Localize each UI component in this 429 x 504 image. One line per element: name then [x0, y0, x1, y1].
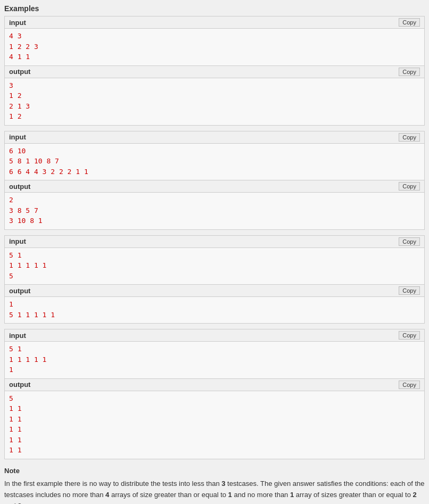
example-2-output-header: output Copy	[5, 180, 424, 193]
example-3-input-content: 5 1 1 1 1 1 1 5	[5, 248, 424, 285]
note-section: Note In the first example there is no wa…	[4, 466, 425, 505]
example-2-input-content: 6 10 5 8 1 10 8 7 6 6 4 4 3 2 2 2 1 1	[5, 144, 424, 180]
example-3-output-box: output Copy 1 5 1 1 1 1 1	[4, 285, 425, 324]
example-3-input-copy-button[interactable]: Copy	[399, 237, 420, 246]
example-4-output-header: output Copy	[5, 379, 424, 391]
example-3-output-label: output	[9, 287, 30, 295]
example-1-input-box: input Copy 4 3 1 2 2 3 4 1 1	[4, 16, 425, 66]
example-4-output-label: output	[9, 381, 30, 389]
example-1-input-label: input	[9, 19, 26, 27]
example-2-input-header: input Copy	[5, 131, 424, 144]
example-1-input-content: 4 3 1 2 2 3 4 1 1	[5, 29, 424, 65]
example-2-input-box: input Copy 6 10 5 8 1 10 8 7 6 6 4 4 3 2…	[4, 131, 425, 181]
example-4: input Copy 5 1 1 1 1 1 1 1 output Copy 5…	[4, 329, 425, 459]
example-4-output-content: 5 1 1 1 1 1 1 1 1 1 1	[5, 391, 424, 459]
example-1: input Copy 4 3 1 2 2 3 4 1 1 output Copy…	[4, 16, 425, 126]
section-title: Examples	[4, 4, 425, 13]
note-title: Note	[4, 466, 425, 477]
example-2-input-label: input	[9, 133, 26, 141]
example-4-output-copy-button[interactable]: Copy	[399, 381, 420, 389]
example-2-output-label: output	[9, 183, 30, 191]
example-4-input-header: input Copy	[5, 329, 424, 342]
example-2-output-content: 2 3 8 5 7 3 10 8 1	[5, 193, 424, 229]
example-3-output-content: 1 5 1 1 1 1 1	[5, 297, 424, 323]
example-4-output-box: output Copy 5 1 1 1 1 1 1 1 1 1 1	[4, 379, 425, 459]
example-2: input Copy 6 10 5 8 1 10 8 7 6 6 4 4 3 2…	[4, 131, 425, 230]
example-3-input-box: input Copy 5 1 1 1 1 1 1 5	[4, 235, 425, 285]
example-2-output-box: output Copy 2 3 8 5 7 3 10 8 1	[4, 180, 425, 230]
example-1-input-header: input Copy	[5, 16, 424, 29]
example-1-output-copy-button[interactable]: Copy	[399, 68, 420, 76]
note-para-1: In the first example there is no way to …	[4, 478, 425, 504]
example-4-input-label: input	[9, 332, 26, 340]
example-1-output-label: output	[9, 68, 30, 76]
example-4-input-copy-button[interactable]: Copy	[399, 331, 420, 340]
example-3: input Copy 5 1 1 1 1 1 1 5 output Copy 1…	[4, 235, 425, 324]
example-1-output-header: output Copy	[5, 66, 424, 78]
example-3-input-header: input Copy	[5, 236, 424, 248]
example-4-input-content: 5 1 1 1 1 1 1 1	[5, 342, 424, 378]
example-3-output-copy-button[interactable]: Copy	[399, 286, 420, 295]
example-1-input-copy-button[interactable]: Copy	[399, 18, 420, 27]
example-2-input-copy-button[interactable]: Copy	[399, 133, 420, 142]
example-3-input-label: input	[9, 237, 26, 245]
example-1-output-box: output Copy 3 1 2 2 1 3 1 2	[4, 66, 425, 126]
example-1-output-content: 3 1 2 2 1 3 1 2	[5, 78, 424, 125]
example-3-output-header: output Copy	[5, 285, 424, 297]
example-2-output-copy-button[interactable]: Copy	[399, 182, 420, 191]
examples-container: input Copy 4 3 1 2 2 3 4 1 1 output Copy…	[4, 16, 425, 459]
example-4-input-box: input Copy 5 1 1 1 1 1 1 1	[4, 329, 425, 379]
